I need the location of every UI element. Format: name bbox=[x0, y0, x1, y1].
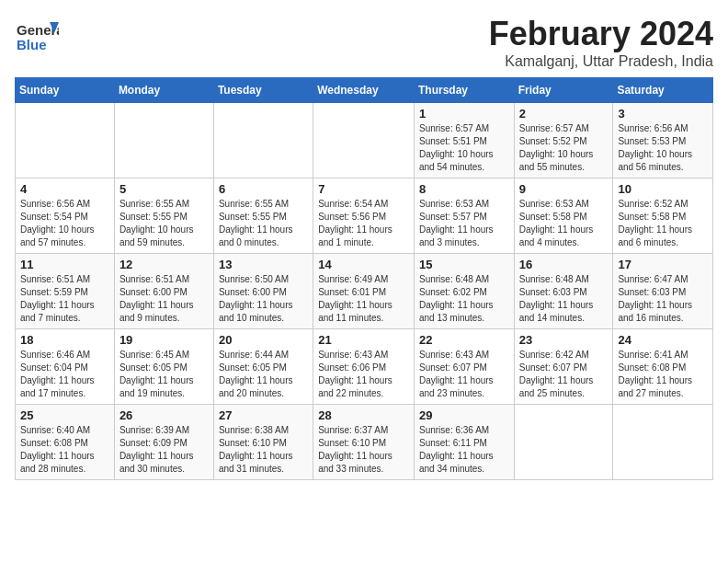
day-info: Sunrise: 6:42 AM Sunset: 6:07 PM Dayligh… bbox=[519, 349, 609, 400]
header-friday: Friday bbox=[514, 78, 613, 103]
calendar-cell: 28Sunrise: 6:37 AM Sunset: 6:10 PM Dayli… bbox=[313, 405, 415, 480]
header-saturday: Saturday bbox=[613, 78, 713, 103]
calendar-week-4: 18Sunrise: 6:46 AM Sunset: 6:04 PM Dayli… bbox=[16, 329, 713, 405]
day-info: Sunrise: 6:56 AM Sunset: 5:53 PM Dayligh… bbox=[618, 122, 708, 174]
calendar-body: 1Sunrise: 6:57 AM Sunset: 5:51 PM Daylig… bbox=[16, 103, 713, 480]
calendar-cell: 29Sunrise: 6:36 AM Sunset: 6:11 PM Dayli… bbox=[414, 405, 514, 480]
day-info: Sunrise: 6:50 AM Sunset: 6:00 PM Dayligh… bbox=[219, 273, 308, 325]
calendar-cell: 5Sunrise: 6:55 AM Sunset: 5:55 PM Daylig… bbox=[114, 178, 213, 254]
calendar-cell bbox=[514, 405, 613, 480]
day-info: Sunrise: 6:56 AM Sunset: 5:54 PM Dayligh… bbox=[20, 198, 109, 249]
calendar-cell: 13Sunrise: 6:50 AM Sunset: 6:00 PM Dayli… bbox=[213, 254, 313, 329]
calendar-cell: 22Sunrise: 6:43 AM Sunset: 6:07 PM Dayli… bbox=[414, 329, 514, 405]
calendar-week-3: 11Sunrise: 6:51 AM Sunset: 5:59 PM Dayli… bbox=[16, 254, 713, 329]
day-number: 4 bbox=[20, 182, 109, 196]
calendar-week-1: 1Sunrise: 6:57 AM Sunset: 5:51 PM Daylig… bbox=[16, 103, 713, 178]
day-info: Sunrise: 6:52 AM Sunset: 5:58 PM Dayligh… bbox=[618, 198, 708, 249]
calendar-cell: 4Sunrise: 6:56 AM Sunset: 5:54 PM Daylig… bbox=[16, 178, 115, 254]
calendar-cell: 20Sunrise: 6:44 AM Sunset: 6:05 PM Dayli… bbox=[213, 329, 313, 405]
day-number: 14 bbox=[318, 258, 409, 271]
calendar-cell: 12Sunrise: 6:51 AM Sunset: 6:00 PM Dayli… bbox=[114, 254, 213, 329]
day-number: 6 bbox=[219, 182, 308, 196]
calendar-cell: 25Sunrise: 6:40 AM Sunset: 6:08 PM Dayli… bbox=[16, 405, 115, 480]
day-info: Sunrise: 6:43 AM Sunset: 6:06 PM Dayligh… bbox=[318, 349, 409, 400]
day-info: Sunrise: 6:48 AM Sunset: 6:03 PM Dayligh… bbox=[519, 273, 609, 325]
day-number: 21 bbox=[318, 333, 409, 347]
day-info: Sunrise: 6:39 AM Sunset: 6:09 PM Dayligh… bbox=[119, 424, 209, 476]
location-title: Kamalganj, Uttar Pradesh, India bbox=[489, 53, 713, 70]
calendar-week-5: 25Sunrise: 6:40 AM Sunset: 6:08 PM Dayli… bbox=[16, 405, 713, 480]
calendar-cell: 19Sunrise: 6:45 AM Sunset: 6:05 PM Dayli… bbox=[114, 329, 213, 405]
calendar-cell: 1Sunrise: 6:57 AM Sunset: 5:51 PM Daylig… bbox=[414, 103, 514, 178]
day-number: 22 bbox=[419, 333, 509, 347]
day-info: Sunrise: 6:57 AM Sunset: 5:52 PM Dayligh… bbox=[519, 122, 609, 174]
day-number: 24 bbox=[618, 333, 708, 347]
header-sunday: Sunday bbox=[16, 78, 115, 103]
calendar-cell: 23Sunrise: 6:42 AM Sunset: 6:07 PM Dayli… bbox=[514, 329, 613, 405]
day-info: Sunrise: 6:43 AM Sunset: 6:07 PM Dayligh… bbox=[419, 349, 509, 400]
day-number: 23 bbox=[519, 333, 609, 347]
calendar-cell: 3Sunrise: 6:56 AM Sunset: 5:53 PM Daylig… bbox=[613, 103, 713, 178]
day-number: 17 bbox=[618, 258, 708, 271]
header-row: Sunday Monday Tuesday Wednesday Thursday… bbox=[16, 78, 713, 103]
day-info: Sunrise: 6:40 AM Sunset: 6:08 PM Dayligh… bbox=[20, 424, 109, 476]
logo-icon: General Blue bbox=[15, 15, 59, 59]
calendar-cell bbox=[16, 103, 115, 178]
day-number: 11 bbox=[20, 258, 109, 271]
day-number: 2 bbox=[519, 107, 609, 121]
day-info: Sunrise: 6:53 AM Sunset: 5:57 PM Dayligh… bbox=[419, 198, 509, 249]
calendar-cell: 7Sunrise: 6:54 AM Sunset: 5:56 PM Daylig… bbox=[313, 178, 415, 254]
calendar-cell: 11Sunrise: 6:51 AM Sunset: 5:59 PM Dayli… bbox=[16, 254, 115, 329]
day-number: 15 bbox=[419, 258, 509, 271]
day-info: Sunrise: 6:47 AM Sunset: 6:03 PM Dayligh… bbox=[618, 273, 708, 325]
logo: General Blue bbox=[15, 15, 59, 63]
day-info: Sunrise: 6:44 AM Sunset: 6:05 PM Dayligh… bbox=[219, 349, 308, 400]
title-block: February 2024 Kamalganj, Uttar Pradesh, … bbox=[489, 15, 713, 70]
day-info: Sunrise: 6:55 AM Sunset: 5:55 PM Dayligh… bbox=[119, 198, 209, 249]
day-number: 29 bbox=[419, 408, 509, 422]
calendar-cell: 24Sunrise: 6:41 AM Sunset: 6:08 PM Dayli… bbox=[613, 329, 713, 405]
day-number: 1 bbox=[419, 107, 509, 121]
day-number: 26 bbox=[119, 408, 209, 422]
day-number: 12 bbox=[119, 258, 209, 271]
calendar-week-2: 4Sunrise: 6:56 AM Sunset: 5:54 PM Daylig… bbox=[16, 178, 713, 254]
calendar-cell: 6Sunrise: 6:55 AM Sunset: 5:55 PM Daylig… bbox=[213, 178, 313, 254]
calendar-cell: 26Sunrise: 6:39 AM Sunset: 6:09 PM Dayli… bbox=[114, 405, 213, 480]
day-info: Sunrise: 6:41 AM Sunset: 6:08 PM Dayligh… bbox=[618, 349, 708, 400]
day-info: Sunrise: 6:54 AM Sunset: 5:56 PM Dayligh… bbox=[318, 198, 409, 249]
calendar-cell: 2Sunrise: 6:57 AM Sunset: 5:52 PM Daylig… bbox=[514, 103, 613, 178]
day-info: Sunrise: 6:57 AM Sunset: 5:51 PM Dayligh… bbox=[419, 122, 509, 174]
calendar-cell bbox=[313, 103, 415, 178]
day-info: Sunrise: 6:38 AM Sunset: 6:10 PM Dayligh… bbox=[219, 424, 308, 476]
calendar-cell: 18Sunrise: 6:46 AM Sunset: 6:04 PM Dayli… bbox=[16, 329, 115, 405]
day-number: 13 bbox=[219, 258, 308, 271]
month-title: February 2024 bbox=[489, 15, 713, 53]
day-info: Sunrise: 6:51 AM Sunset: 5:59 PM Dayligh… bbox=[20, 273, 109, 325]
calendar-cell: 15Sunrise: 6:48 AM Sunset: 6:02 PM Dayli… bbox=[414, 254, 514, 329]
day-number: 10 bbox=[618, 182, 708, 196]
day-number: 8 bbox=[419, 182, 509, 196]
calendar-cell: 16Sunrise: 6:48 AM Sunset: 6:03 PM Dayli… bbox=[514, 254, 613, 329]
day-number: 16 bbox=[519, 258, 609, 271]
header-monday: Monday bbox=[114, 78, 213, 103]
header-tuesday: Tuesday bbox=[213, 78, 313, 103]
calendar-cell: 21Sunrise: 6:43 AM Sunset: 6:06 PM Dayli… bbox=[313, 329, 415, 405]
day-info: Sunrise: 6:37 AM Sunset: 6:10 PM Dayligh… bbox=[318, 424, 409, 476]
page-header: General Blue February 2024 Kamalganj, Ut… bbox=[15, 15, 713, 70]
calendar-cell: 8Sunrise: 6:53 AM Sunset: 5:57 PM Daylig… bbox=[414, 178, 514, 254]
day-info: Sunrise: 6:36 AM Sunset: 6:11 PM Dayligh… bbox=[419, 424, 509, 476]
header-wednesday: Wednesday bbox=[313, 78, 415, 103]
calendar-cell: 9Sunrise: 6:53 AM Sunset: 5:58 PM Daylig… bbox=[514, 178, 613, 254]
day-info: Sunrise: 6:45 AM Sunset: 6:05 PM Dayligh… bbox=[119, 349, 209, 400]
day-number: 19 bbox=[119, 333, 209, 347]
day-info: Sunrise: 6:46 AM Sunset: 6:04 PM Dayligh… bbox=[20, 349, 109, 400]
calendar-cell: 17Sunrise: 6:47 AM Sunset: 6:03 PM Dayli… bbox=[613, 254, 713, 329]
day-number: 20 bbox=[219, 333, 308, 347]
calendar-cell: 14Sunrise: 6:49 AM Sunset: 6:01 PM Dayli… bbox=[313, 254, 415, 329]
day-number: 25 bbox=[20, 408, 109, 422]
day-info: Sunrise: 6:48 AM Sunset: 6:02 PM Dayligh… bbox=[419, 273, 509, 325]
day-info: Sunrise: 6:49 AM Sunset: 6:01 PM Dayligh… bbox=[318, 273, 409, 325]
day-info: Sunrise: 6:55 AM Sunset: 5:55 PM Dayligh… bbox=[219, 198, 308, 249]
calendar-cell bbox=[213, 103, 313, 178]
calendar-cell bbox=[114, 103, 213, 178]
